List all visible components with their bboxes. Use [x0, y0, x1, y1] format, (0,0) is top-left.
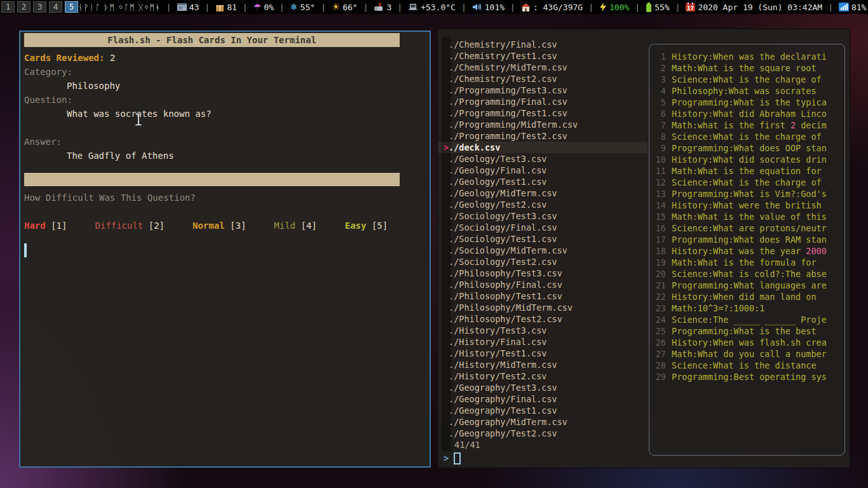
preview-text: Philosophy:What was socrates: [672, 85, 817, 97]
preview-text: Science:What is the charge of: [672, 131, 822, 142]
file-name: ./Geography/Final.csv: [448, 393, 557, 405]
separator: |: [320, 3, 327, 12]
file-row[interactable]: ./Geography/Final.csv: [438, 393, 648, 405]
selection-pointer: [438, 210, 448, 222]
file-row[interactable]: ./Philosophy/Test1.csv: [438, 290, 648, 302]
file-row[interactable]: ./Philosophy/MidTerm.csv: [438, 302, 648, 313]
status-item-lightning: 100%: [599, 3, 629, 12]
separator: |: [674, 3, 682, 12]
separator: |: [827, 3, 834, 12]
category-value: Philosophy: [24, 79, 423, 93]
answer-value: The Gadfly of Athens: [24, 149, 423, 163]
file-row[interactable]: ./Geography/Test2.csv: [438, 428, 648, 439]
status-value: +53.0°C: [421, 3, 456, 12]
search-prompt[interactable]: >: [444, 452, 461, 464]
selection-pointer: [438, 107, 448, 119]
preview-text: Science:What is the charge of: [672, 177, 822, 188]
selection-pointer: [438, 302, 448, 313]
preview-line: 15Math:What is the value of this: [649, 211, 844, 222]
package-icon: [215, 3, 224, 11]
workspace-button-3[interactable]: 3: [33, 1, 46, 13]
file-row[interactable]: ./Sociology/Test3.csv: [438, 210, 648, 222]
selection-pointer: [438, 279, 448, 290]
separator: |: [241, 3, 249, 12]
file-name: ./History/MidTerm.csv: [448, 359, 557, 370]
workspace-button-2[interactable]: 2: [17, 1, 31, 13]
svg-text:17: 17: [687, 6, 694, 11]
file-row[interactable]: ./Geography/Test1.csv: [438, 405, 648, 416]
file-row[interactable]: ./Programming/Test1.csv: [438, 107, 648, 119]
preview-line: 12Science:What is the charge of: [649, 177, 844, 188]
difficulty-option-hard[interactable]: Hard [1]: [24, 219, 67, 233]
difficulty-option-difficult[interactable]: Difficult [2]: [95, 219, 165, 233]
file-row[interactable]: ./Programming/Test2.csv: [438, 130, 648, 142]
selection-pointer: [438, 348, 448, 359]
file-row[interactable]: ./Sociology/Test2.csv: [438, 256, 648, 268]
file-row[interactable]: ./Philosophy/Test3.csv: [438, 268, 648, 279]
file-row[interactable]: ./Chemistry/MidTerm.csv: [438, 62, 648, 73]
speaker-icon: [472, 3, 482, 11]
status-value: 2020 Apr 19 (Sun) 03:42AM: [698, 3, 822, 12]
difficulty-option-mild[interactable]: Mild [4]: [274, 219, 316, 233]
separator: |: [203, 3, 211, 12]
file-row[interactable]: ./Chemistry/Test1.csv: [438, 50, 648, 62]
file-row[interactable]: ./Sociology/Final.csv: [438, 222, 648, 233]
answer-label: Answer:: [24, 135, 423, 149]
file-name: ./Programming/Test3.csv: [448, 85, 567, 96]
file-row[interactable]: ./Chemistry/Final.csv: [438, 39, 648, 50]
difficulty-option-easy[interactable]: Easy [5]: [345, 219, 388, 233]
line-number: 3: [649, 74, 666, 85]
file-row[interactable]: ./Geology/Final.csv: [438, 165, 648, 176]
file-row[interactable]: ./History/Test3.csv: [438, 325, 648, 336]
file-row[interactable]: ./History/Test1.csv: [438, 348, 648, 359]
file-name: ./Sociology/MidTerm.csv: [448, 245, 567, 256]
file-name: ./Chemistry/MidTerm.csv: [448, 62, 567, 73]
difficulty-option-normal[interactable]: Normal [3]: [193, 219, 246, 233]
preview-text: Math:What is the formula for: [672, 257, 817, 268]
workspace-button-5[interactable]: 5: [65, 1, 78, 13]
file-row[interactable]: ./History/Final.csv: [438, 336, 648, 348]
file-row[interactable]: ./Geology/MidTerm.csv: [438, 187, 648, 199]
preview-line: 18History:What was the year 2000: [649, 245, 844, 257]
file-row[interactable]: ./Geology/Test3.csv: [438, 153, 648, 165]
file-row[interactable]: ./Programming/Final.csv: [438, 96, 648, 107]
file-row[interactable]: ./Sociology/MidTerm.csv: [438, 245, 648, 256]
file-row[interactable]: >./deck.csv: [438, 142, 648, 153]
prompt-caret: >: [444, 453, 449, 463]
workspace-button-4[interactable]: 4: [49, 1, 62, 13]
file-row[interactable]: ./Sociology/Test1.csv: [438, 233, 648, 245]
mailbox-icon: [374, 3, 384, 11]
file-name: ./Geology/Test1.csv: [448, 176, 546, 187]
line-number: 11: [649, 165, 666, 177]
file-row[interactable]: ./Philosophy/Test2.csv: [438, 313, 648, 325]
preview-text: History:When was flash.sh crea: [672, 337, 827, 348]
file-row[interactable]: ./Chemistry/Test2.csv: [438, 73, 648, 85]
selection-pointer: [438, 428, 448, 439]
preview-text: Math:What is the square root: [672, 62, 817, 74]
file-row[interactable]: ./Programming/Test3.csv: [438, 85, 648, 96]
lightning-icon: [599, 3, 607, 11]
status-item-house: : 43G/397G: [521, 3, 583, 12]
status-item-snowflake: ❄55°: [290, 2, 315, 12]
terminal-cursor[interactable]: [24, 243, 27, 257]
line-number: 8: [649, 131, 666, 142]
selection-pointer: >: [438, 142, 448, 153]
file-row[interactable]: ./Geography/Test3.csv: [438, 382, 648, 393]
preview-line: 19Math:What is the formula for: [649, 257, 844, 268]
file-row[interactable]: ./History/Test2.csv: [438, 370, 648, 382]
selection-pointer: [438, 370, 448, 382]
preview-line: 24Science:The _____ ______ Proje: [649, 314, 844, 325]
preview-line: 2Math:What is the square root: [649, 62, 844, 74]
file-row[interactable]: ./Geology/Test2.csv: [438, 199, 648, 210]
file-row[interactable]: ./Geology/Test1.csv: [438, 176, 648, 187]
file-row[interactable]: ./Geography/MidTerm.csv: [438, 416, 648, 428]
file-row[interactable]: ./Programming/MidTerm.csv: [438, 119, 648, 130]
file-name: ./Geography/Test1.csv: [448, 405, 557, 416]
preview-line: 9Programming:What does OOP stan: [649, 142, 844, 154]
file-row[interactable]: ./History/MidTerm.csv: [438, 359, 648, 370]
line-number: 1: [649, 51, 666, 62]
workspace-button-1[interactable]: 1: [1, 1, 15, 13]
file-row[interactable]: ./Philosophy/Final.csv: [438, 279, 648, 290]
selection-pointer: [438, 222, 448, 233]
flashcard-window: Flash.sh - Flash Cards In Your Terminal …: [19, 30, 431, 468]
